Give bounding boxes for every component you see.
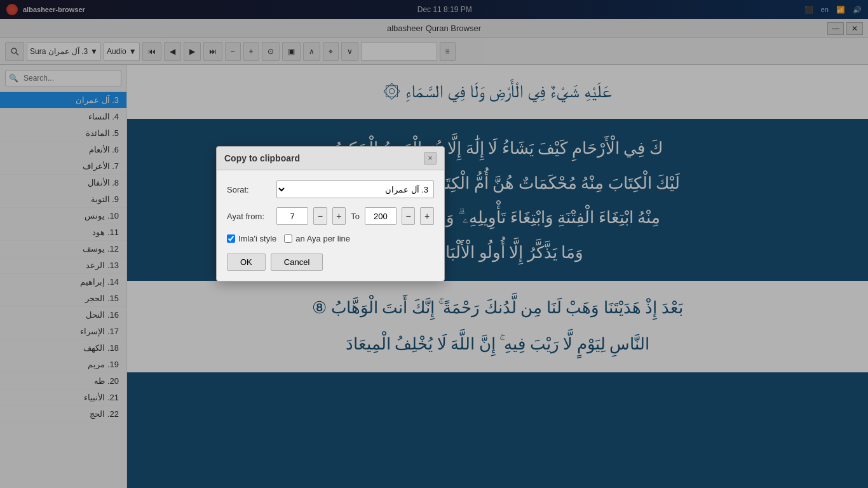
dialog-header: Copy to clipboard ×: [217, 147, 444, 170]
aya-per-line-option[interactable]: an Aya per line: [284, 234, 350, 243]
dialog-body: Sorat: 3. آل عمران Ayat from: − + To − +…: [217, 170, 444, 281]
ayat-row: Ayat from: − + To − +: [227, 207, 434, 225]
imla-style-checkbox[interactable]: [227, 234, 235, 243]
options-row: Imla'i style an Aya per line: [227, 234, 434, 243]
ayat-from-label: Ayat from:: [227, 212, 271, 221]
dialog-actions: OK Cancel: [227, 254, 434, 271]
to-label: To: [351, 212, 360, 221]
sorat-select[interactable]: 3. آل عمران: [276, 180, 434, 198]
ok-button[interactable]: OK: [227, 254, 266, 271]
imla-style-label: Imla'i style: [238, 234, 276, 243]
aya-per-line-label: an Aya per line: [295, 234, 350, 243]
ayat-to-increment-button[interactable]: +: [420, 207, 434, 225]
aya-per-line-checkbox[interactable]: [284, 234, 292, 243]
ayat-from-decrement-button[interactable]: −: [313, 207, 327, 225]
dialog-close-button[interactable]: ×: [424, 152, 437, 165]
copy-to-clipboard-dialog: Copy to clipboard × Sorat: 3. آل عمران A…: [216, 146, 445, 281]
imla-style-option[interactable]: Imla'i style: [227, 234, 276, 243]
ayat-from-increment-button[interactable]: +: [332, 207, 346, 225]
dialog-title: Copy to clipboard: [224, 153, 300, 163]
modal-overlay: Copy to clipboard × Sorat: 3. آل عمران A…: [0, 0, 868, 488]
sorat-row: Sorat: 3. آل عمران: [227, 180, 434, 198]
ayat-to-decrement-button[interactable]: −: [402, 207, 416, 225]
ayat-to-input[interactable]: [365, 207, 397, 225]
sorat-label: Sorat:: [227, 185, 271, 194]
cancel-button[interactable]: Cancel: [271, 254, 323, 271]
ayat-from-input[interactable]: [276, 207, 308, 225]
